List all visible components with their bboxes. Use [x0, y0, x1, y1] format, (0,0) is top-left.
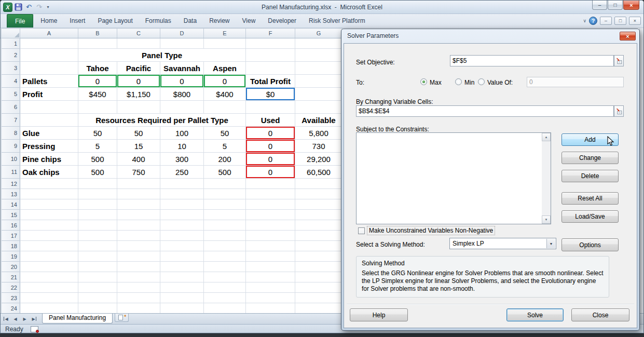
cell-E12[interactable]: [204, 179, 246, 189]
column-header-C[interactable]: C: [117, 29, 160, 38]
next-sheet-button[interactable]: ▶: [21, 315, 29, 323]
cell-E20[interactable]: [204, 262, 246, 272]
previous-sheet-button[interactable]: ◀: [11, 315, 19, 323]
cell-F10[interactable]: 0: [246, 153, 295, 166]
ribbon-tab-file[interactable]: File: [7, 14, 33, 28]
row-header-3[interactable]: 3: [2, 62, 20, 75]
cell-F14[interactable]: [246, 199, 295, 210]
cell-A11[interactable]: Oak chips: [20, 166, 78, 179]
cell-A9[interactable]: Pressing: [20, 140, 78, 153]
cell-A6[interactable]: [20, 101, 78, 114]
cell-C22[interactable]: [117, 282, 160, 293]
cell-D18[interactable]: [160, 241, 204, 251]
row-header-11[interactable]: 11: [2, 166, 20, 179]
cell-E15[interactable]: [204, 210, 246, 220]
cell-A17[interactable]: [20, 231, 78, 241]
cell-B11[interactable]: 500: [78, 166, 117, 179]
cell-F19[interactable]: [246, 251, 295, 262]
non-negative-label[interactable]: Make Unconstrained Variables Non-Negativ…: [367, 226, 495, 235]
cell-D9[interactable]: 10: [160, 140, 204, 153]
cell-F1[interactable]: [246, 38, 295, 49]
cell-B14[interactable]: [78, 199, 117, 210]
insert-worksheet-button[interactable]: *: [115, 314, 129, 322]
solve-button[interactable]: Solve: [506, 308, 564, 321]
cell-B10[interactable]: 500: [78, 153, 117, 166]
cell-C11[interactable]: 750: [117, 166, 160, 179]
cell-D20[interactable]: [160, 262, 204, 272]
cell-G21[interactable]: [295, 272, 342, 282]
cell-G7[interactable]: Available: [295, 114, 342, 127]
cell-F23[interactable]: [246, 293, 295, 303]
cell-A16[interactable]: [20, 220, 78, 231]
workbook-minimize-button[interactable]: –: [600, 17, 612, 25]
qat-customize-icon[interactable]: ▾: [45, 3, 51, 11]
max-label[interactable]: Max: [430, 79, 442, 86]
cell-C18[interactable]: [117, 241, 160, 251]
row-header-9[interactable]: 9: [2, 140, 20, 153]
value-of-radio[interactable]: [478, 78, 485, 85]
cell-E1[interactable]: [204, 38, 246, 49]
cell-A20[interactable]: [20, 262, 78, 272]
delete-button[interactable]: Delete: [561, 170, 619, 182]
cell-G2[interactable]: [295, 49, 342, 62]
row-header-8[interactable]: 8: [2, 127, 20, 140]
cell-C21[interactable]: [117, 272, 160, 282]
macro-record-icon[interactable]: [31, 326, 38, 332]
workbook-close-button[interactable]: ×: [629, 17, 641, 25]
row-header-16[interactable]: 16: [2, 220, 20, 231]
help-icon[interactable]: ?: [589, 17, 597, 25]
cell-B16[interactable]: [78, 220, 117, 231]
cell-E23[interactable]: [204, 293, 246, 303]
cell-E8[interactable]: 50: [204, 127, 246, 140]
cell-A14[interactable]: [20, 199, 78, 210]
close-window-button[interactable]: ×: [623, 1, 639, 10]
cell-F24[interactable]: [246, 303, 295, 314]
cell-D5[interactable]: $800: [160, 88, 204, 101]
cell-F2[interactable]: [246, 49, 295, 62]
cell-E18[interactable]: [204, 241, 246, 251]
cell-C5[interactable]: $1,150: [117, 88, 160, 101]
select-all-button[interactable]: [2, 29, 20, 38]
ribbon-tab-page-layout[interactable]: Page Layout: [91, 14, 139, 28]
cell-E17[interactable]: [204, 231, 246, 241]
row-header-24[interactable]: 24: [2, 303, 20, 314]
cell-E22[interactable]: [204, 282, 246, 293]
cell-C19[interactable]: [117, 251, 160, 262]
ribbon-tab-insert[interactable]: Insert: [63, 14, 91, 28]
cell-G22[interactable]: [295, 282, 342, 293]
column-header-F[interactable]: F: [246, 29, 295, 38]
cell-D16[interactable]: [160, 220, 204, 231]
cell-F11[interactable]: 0: [246, 166, 295, 179]
cell-B13[interactable]: [78, 189, 117, 199]
first-sheet-button[interactable]: ◀: [2, 315, 10, 323]
value-of-label[interactable]: Value Of:: [487, 79, 513, 86]
row-header-19[interactable]: 19: [2, 251, 20, 262]
cell-D11[interactable]: 250: [160, 166, 204, 179]
change-button[interactable]: Change: [561, 152, 619, 164]
cell-B2[interactable]: Panel Type: [78, 49, 246, 62]
cell-F8[interactable]: 0: [246, 127, 295, 140]
cell-E11[interactable]: 500: [204, 166, 246, 179]
cell-C15[interactable]: [117, 210, 160, 220]
variable-cells-range-icon[interactable]: [614, 105, 624, 117]
cell-F17[interactable]: [246, 231, 295, 241]
maximize-window-button[interactable]: □: [608, 1, 623, 10]
cell-D15[interactable]: [160, 210, 204, 220]
variable-cells-input[interactable]: [356, 105, 614, 117]
solving-method-select[interactable]: Simplex LP ▼: [449, 238, 556, 249]
cell-C24[interactable]: [117, 303, 160, 314]
ribbon-tab-view[interactable]: View: [236, 14, 262, 28]
ribbon-tab-developer[interactable]: Developer: [262, 14, 303, 28]
cell-E24[interactable]: [204, 303, 246, 314]
undo-icon[interactable]: ↶: [24, 3, 33, 11]
set-objective-input[interactable]: [450, 55, 614, 66]
cell-C13[interactable]: [117, 189, 160, 199]
save-icon[interactable]: [14, 3, 23, 11]
cell-F4[interactable]: Total Profit: [246, 75, 295, 88]
cell-D19[interactable]: [160, 251, 204, 262]
cell-G1[interactable]: [295, 38, 342, 49]
row-header-6[interactable]: 6: [2, 101, 20, 114]
cell-E14[interactable]: [204, 199, 246, 210]
row-header-14[interactable]: 14: [2, 199, 20, 210]
cell-B17[interactable]: [78, 231, 117, 241]
